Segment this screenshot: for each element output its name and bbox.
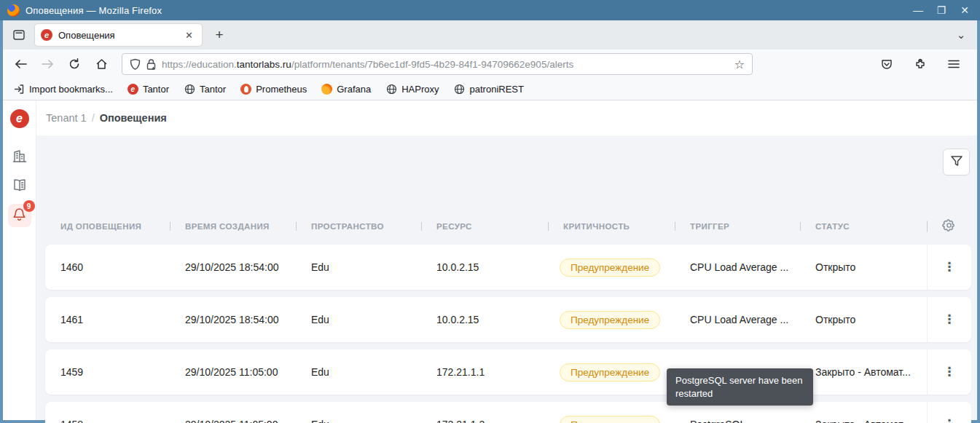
breadcrumb-separator: / [92, 112, 95, 124]
bookmark-prometheus[interactable]: Prometheus [240, 84, 307, 95]
close-button[interactable]: ✕ [955, 2, 974, 18]
window-titlebar: Оповещения — Mozilla Firefox — ❐ ✕ [0, 0, 980, 20]
cell-space: Edu [296, 366, 421, 378]
severity-badge: Предупреждение [560, 258, 660, 277]
breadcrumb: Tenant 1 / Оповещения [36, 100, 977, 135]
severity-badge: Предупреждение [560, 416, 660, 423]
cell-status: Закрыто - Автомат... [800, 366, 927, 378]
cell-trigger: PostgreSQL ... [675, 419, 800, 423]
cell-created: 29/10/2025 11:05:00 [170, 419, 296, 423]
row-actions-button[interactable]: ⋮ [927, 349, 971, 395]
cell-space: Edu [296, 419, 421, 423]
building-icon [12, 149, 28, 167]
window-title: Оповещения — Mozilla Firefox [26, 5, 162, 16]
sidebar-item-alerts[interactable]: 9 [8, 204, 31, 227]
bookmark-patronirest[interactable]: patroniREST [454, 84, 524, 95]
column-header-space[interactable]: ПРОСТРАНСТВО [296, 222, 421, 231]
filter-button[interactable] [943, 149, 970, 175]
bookmark-grafana[interactable]: Grafana [321, 84, 371, 95]
lock-warning-icon[interactable] [146, 58, 157, 71]
alerts-content: ИД ОПОВЕЩЕНИЯ ВРЕМЯ СОЗДАНИЯ ПРОСТРАНСТВ… [36, 135, 977, 420]
cell-id: 1460 [45, 261, 170, 273]
cell-status: Открыто [800, 314, 927, 325]
table-header: ИД ОПОВЕЩЕНИЯ ВРЕМЯ СОЗДАНИЯ ПРОСТРАНСТВ… [45, 213, 971, 240]
row-actions-button[interactable]: ⋮ [927, 402, 971, 423]
prometheus-icon [240, 84, 251, 95]
table-row[interactable]: 1458 29/10/2025 11:05:00 Edu 172.21.1.2 … [45, 402, 971, 423]
menu-hamburger-icon[interactable] [944, 54, 964, 74]
tab-close-icon[interactable]: ✕ [182, 28, 196, 42]
cell-space: Edu [296, 314, 421, 325]
maximize-button[interactable]: ❐ [932, 2, 951, 18]
breadcrumb-tenant-link[interactable]: Tenant 1 [46, 112, 87, 124]
table-row[interactable]: 1461 29/10/2025 18:54:00 Edu 10.0.2.15 П… [45, 297, 971, 342]
column-header-status[interactable]: СТАТУС [800, 222, 927, 231]
sidebar-item-tenants[interactable] [8, 146, 31, 169]
cell-status: Открыто [800, 261, 927, 273]
column-header-created[interactable]: ВРЕМЯ СОЗДАНИЯ [170, 222, 296, 231]
alerts-count-badge: 9 [23, 200, 35, 212]
gear-icon [942, 218, 956, 234]
home-button[interactable] [91, 54, 111, 74]
tantor-logo[interactable]: e [10, 109, 29, 128]
reload-button[interactable] [64, 54, 85, 74]
bookmark-import[interactable]: Import bookmarks... [13, 84, 113, 95]
kebab-icon: ⋮ [944, 264, 956, 270]
table-row[interactable]: 1459 29/10/2025 11:05:00 Edu 172.21.1.1 … [45, 349, 971, 395]
bookmarks-toolbar: Import bookmarks... e Tantor Tantor Prom… [3, 79, 977, 100]
table-row[interactable]: 1460 29/10/2025 18:54:00 Edu 10.0.2.15 П… [45, 245, 971, 290]
cell-created: 29/10/2025 18:54:00 [170, 314, 296, 325]
firefox-logo-icon [7, 4, 20, 17]
cell-resource: 172.21.1.1 [421, 366, 548, 378]
shield-icon[interactable] [130, 58, 141, 71]
book-icon [12, 178, 28, 196]
cell-resource: 10.0.2.15 [421, 314, 548, 325]
sidebar-item-docs[interactable] [8, 175, 31, 198]
severity-badge: Предупреждение [560, 363, 660, 382]
cell-id: 1459 [45, 366, 170, 378]
kebab-icon: ⋮ [944, 316, 956, 323]
cell-trigger: CPU Load Average ... [675, 261, 800, 273]
import-icon [13, 84, 25, 95]
cell-trigger: CPU Load Average ... [675, 314, 800, 325]
browser-window: Оповещения — Mozilla Firefox — ❐ ✕ e Опо… [0, 0, 980, 423]
globe-icon [454, 84, 466, 95]
bookmark-star-icon[interactable]: ☆ [734, 58, 745, 71]
cell-created: 29/10/2025 18:54:00 [170, 261, 296, 273]
row-actions-button[interactable]: ⋮ [927, 297, 971, 342]
row-actions-button[interactable]: ⋮ [927, 245, 971, 290]
bookmark-tantor-2[interactable]: Tantor [184, 84, 226, 95]
list-all-tabs-icon[interactable]: ⌄ [951, 25, 971, 45]
tantor-favicon: e [41, 29, 52, 41]
app-main: Tenant 1 / Оповещения ИД ОПОВЕЩЕНИЯ [36, 100, 977, 420]
navigation-toolbar: https://education.tantorlabs.ru/platform… [3, 50, 977, 79]
firefox-view-icon[interactable] [9, 25, 29, 45]
globe-icon [184, 84, 195, 95]
tab-alerts[interactable]: e Оповещения ✕ [35, 24, 202, 46]
bookmark-tantor-1[interactable]: e Tantor [128, 84, 169, 95]
globe-icon [385, 84, 397, 95]
column-header-id[interactable]: ИД ОПОВЕЩЕНИЯ [45, 222, 170, 231]
cell-space: Edu [296, 261, 421, 273]
page-title: Оповещения [100, 112, 167, 124]
tab-title: Оповещения [58, 30, 182, 41]
cell-id: 1458 [45, 419, 170, 423]
url-text: https://education.tantorlabs.ru/platform… [162, 59, 730, 70]
bookmark-haproxy[interactable]: HAProxy [385, 84, 439, 95]
back-button[interactable] [10, 54, 31, 74]
column-header-trigger[interactable]: ТРИГГЕР [675, 222, 800, 231]
minimize-button[interactable]: — [909, 2, 928, 18]
extensions-icon[interactable] [910, 54, 930, 74]
url-bar[interactable]: https://education.tantorlabs.ru/platform… [122, 53, 753, 75]
severity-badge: Предупреждение [560, 311, 660, 329]
cell-id: 1461 [45, 314, 170, 325]
app-viewport: e 9 [3, 100, 977, 420]
tab-strip: e Оповещения ✕ + ⌄ [3, 20, 977, 50]
new-tab-button[interactable]: + [209, 25, 230, 45]
column-header-resource[interactable]: РЕСУРС [421, 222, 548, 231]
column-header-severity[interactable]: КРИТИЧНОСТЬ [548, 222, 675, 231]
forward-button [37, 54, 58, 74]
pocket-icon[interactable] [877, 54, 897, 74]
tantor-favicon: e [128, 84, 138, 95]
table-settings-button[interactable] [927, 218, 971, 234]
